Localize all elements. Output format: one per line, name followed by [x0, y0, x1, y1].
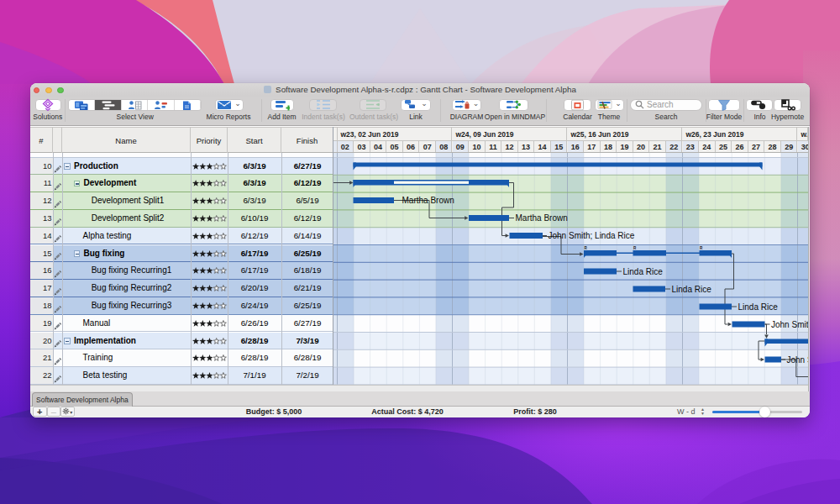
svg-text:Linda Rice: Linda Rice [672, 285, 712, 294]
svg-text:John Smith; Linda Rice: John Smith; Linda Rice [787, 355, 809, 365]
svg-text:Martha Brown: Martha Brown [402, 196, 454, 205]
svg-text:Linda Rice: Linda Rice [623, 267, 664, 276]
svg-text:John Smith; Linda Rice: John Smith; Linda Rice [771, 320, 808, 329]
svg-text:Linda Rice: Linda Rice [738, 302, 779, 312]
svg-text:John Smith; Linda Rice: John Smith; Linda Rice [549, 231, 635, 240]
svg-text:Martha Brown: Martha Brown [516, 213, 568, 223]
